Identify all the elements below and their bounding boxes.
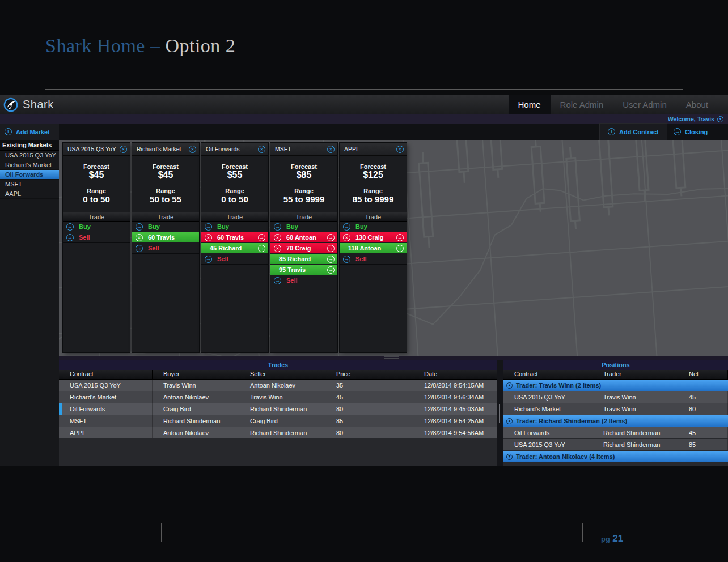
cancel-order-icon[interactable] [274,234,281,241]
close-icon[interactable] [396,146,404,153]
nav-item-user-admin[interactable]: User Admin [613,95,676,114]
table-row[interactable]: MSFT Richard Shinderman Craig Bird 85 12… [59,415,497,427]
sell-button[interactable]: Sell [340,254,407,264]
cell-buyer: Craig Bird [153,403,239,415]
order-row[interactable]: 60 Travis [132,232,199,242]
add-contract-button[interactable]: Add Contract [600,124,667,140]
sell-button[interactable]: Sell [63,232,130,242]
collapse-group-icon[interactable] [506,418,513,424]
close-icon[interactable] [258,146,265,153]
buy-button[interactable]: Buy [340,222,407,232]
sell-button[interactable]: Sell [270,275,337,286]
table-row[interactable]: Richard's Market Travis Winn 80 [503,403,728,415]
sell-button[interactable]: Sell [132,243,199,253]
sidebar-item-usa-2015[interactable]: USA 2015 Q3 YoY [0,151,59,160]
order-row[interactable]: 95 Travis [270,265,337,275]
table-row[interactable]: APPL Antoan Nikolaev Richard Shinderman … [59,427,497,438]
market-card-richards-market: Richard's Market Forecast $45 Range 50 t… [132,143,199,352]
close-icon[interactable] [120,146,127,153]
add-market-button[interactable]: Add Market [0,124,59,140]
collapse-group-icon[interactable] [506,382,513,389]
order-row[interactable]: 118 Antoan [340,243,407,253]
column-header-contract[interactable]: Contract [503,370,592,379]
column-header-date[interactable]: Date [413,370,497,379]
cell-trader: Travis Winn [592,391,678,403]
trade-section: Trade Buy 60 Travis 45 Richard [201,212,268,265]
cancel-order-icon[interactable] [274,245,281,252]
card-header: Oil Forwards [201,143,268,156]
order-label: 60 Travis [148,234,175,241]
column-header-price[interactable]: Price [325,370,413,379]
buy-button[interactable]: Buy [63,222,130,232]
position-group-header[interactable]: Trader: Antoan Nikolaev (4 Items) [503,451,728,462]
position-group-header[interactable]: Trader: Travis Winn (2 Items) [503,380,728,391]
column-header-contract[interactable]: Contract [59,370,153,379]
market-card-msft: MSFT Forecast $85 Range 55 to 9999 Trade… [270,143,337,352]
arrow-right-icon [66,234,74,241]
cancel-order-icon[interactable] [205,234,212,241]
execute-order-icon[interactable] [396,245,404,252]
sidebar-item-aapl[interactable]: AAPL [0,189,59,199]
range-label: Range [63,188,130,194]
horizontal-splitter[interactable] [59,356,728,360]
market-card-appl: APPL Forecast $125 Range 85 to 9999 Trad… [340,143,407,352]
column-header-trader[interactable]: Trader [592,370,678,379]
vertical-splitter-grip[interactable] [499,404,502,423]
column-header-seller[interactable]: Seller [239,370,325,379]
cell-trader: Travis Winn [592,403,678,415]
nav-item-about[interactable]: About [676,95,718,114]
execute-order-icon[interactable] [327,266,335,274]
close-icon[interactable] [327,146,335,153]
sidebar-item-richards-market[interactable]: Richard's Market [0,160,59,170]
order-row[interactable]: 85 Richard [270,254,337,264]
execute-order-icon[interactable] [327,256,335,263]
table-row[interactable]: USA 2015 Q3 YoY Richard Shinderman 85 [503,439,728,450]
splitter-grip-icon[interactable] [384,356,399,359]
expand-group-icon[interactable] [506,454,513,460]
user-menu-chevron-icon[interactable] [717,116,723,122]
execute-order-icon[interactable] [396,234,404,241]
table-row[interactable]: Oil Forwards Richard Shinderman 45 [503,427,728,438]
forecast-label: Forecast [201,163,268,170]
cancel-order-icon[interactable] [136,234,143,241]
cancel-order-icon[interactable] [343,234,350,241]
cell-buyer: Antoan Nikolaev [153,391,239,403]
cell-price: 45 [325,391,413,403]
nav-item-role-admin[interactable]: Role Admin [551,95,613,114]
buy-label: Buy [148,223,160,230]
execute-order-icon[interactable] [258,234,265,241]
nav-item-home[interactable]: Home [509,95,551,114]
position-group-header[interactable]: Trader: Richard Shinderman (2 Items) [503,415,728,427]
buy-button[interactable]: Buy [132,222,199,232]
order-row[interactable]: 70 Craig [270,243,337,253]
buy-button[interactable]: Buy [270,222,337,232]
forecast-value: $45 [63,170,130,180]
column-header-net[interactable]: Net [678,370,728,379]
page-number: pg 21 [601,533,623,544]
presentation-slide: Shark Home – Option 2 Shark Home Role Ad… [0,0,728,562]
order-label: 70 Craig [286,245,311,252]
table-row[interactable]: USA 2015 Q3 YoY Travis Winn 45 [503,391,728,403]
buy-label: Buy [217,223,229,230]
order-row[interactable]: 60 Antoan [270,232,337,242]
table-row-selected[interactable]: Oil Forwards Craig Bird Richard Shinderm… [59,403,497,415]
forecast-value: $85 [270,170,337,180]
sidebar-item-oil-forwards[interactable]: Oil Forwards [0,170,59,180]
sidebar-item-msft[interactable]: MSFT [0,180,59,189]
order-row[interactable]: 130 Craig [340,232,407,242]
sell-label: Sell [355,256,367,262]
sell-button[interactable]: Sell [201,254,268,264]
buy-button[interactable]: Buy [201,222,268,232]
table-row[interactable]: Richard's Market Antoan Nikolaev Travis … [59,391,497,403]
closing-button[interactable]: Closing [674,124,708,140]
table-row[interactable]: USA 2015 Q3 YoY Travis Winn Antoan Nikol… [59,380,497,391]
cell-trader: Richard Shinderman [592,427,678,438]
order-row[interactable]: 45 Richard [201,243,268,253]
welcome-bar: Welcome, Travis [0,114,728,124]
execute-order-icon[interactable] [327,234,335,241]
close-icon[interactable] [189,146,196,153]
column-header-buyer[interactable]: Buyer [153,370,239,379]
order-row[interactable]: 60 Travis [201,232,268,242]
execute-order-icon[interactable] [258,245,265,252]
execute-order-icon[interactable] [327,245,335,252]
